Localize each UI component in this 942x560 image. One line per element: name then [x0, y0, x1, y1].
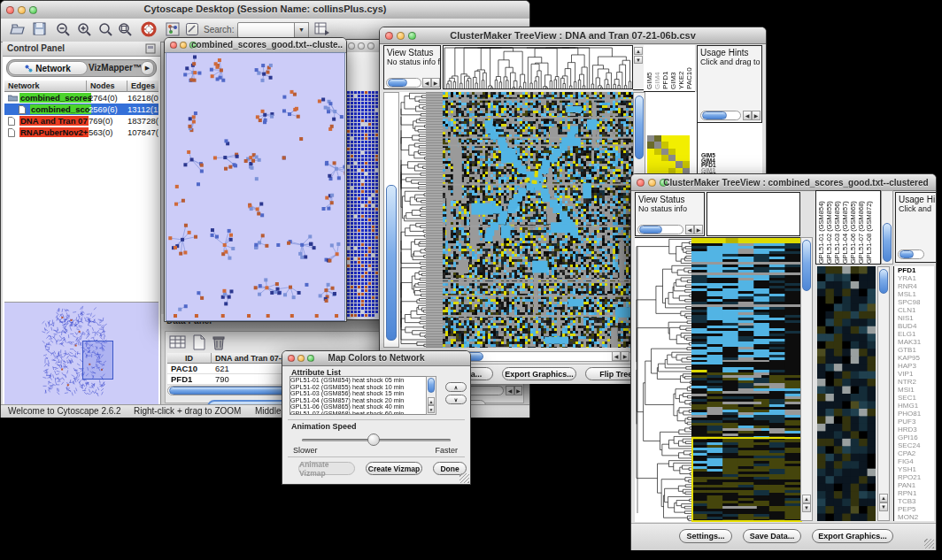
main-titlebar[interactable]: Cytoscape Desktop (Session Name: collins… [1, 1, 529, 19]
gene-label[interactable]: SPC98 [898, 298, 934, 306]
tv1-heatmap[interactable] [443, 92, 633, 348]
birdseye-panel[interactable] [4, 302, 158, 410]
scroll-down-icon[interactable]: ▼ [428, 405, 435, 413]
treeview2-titlebar[interactable]: ClusterMaker TreeView : combined_scores_… [631, 174, 936, 191]
zoom-window-icon[interactable] [367, 42, 374, 50]
slider-thumb[interactable] [367, 433, 380, 446]
tv2-row-dendrogram[interactable] [635, 237, 691, 522]
attribute-list-vscrollbar[interactable]: ▲ ▼ [426, 376, 436, 415]
scroll-right-icon[interactable]: ▶ [621, 351, 629, 361]
scroll-right-icon[interactable]: ▶ [752, 111, 761, 120]
gene-label[interactable]: HRD3 [898, 426, 934, 433]
col-network[interactable]: Network [4, 81, 87, 92]
gene-label[interactable]: BUD4 [898, 322, 934, 330]
tv1-coltree-scroll[interactable]: ▲ ▼ [633, 45, 644, 90]
export-graphics-button[interactable]: Export Graphics... [502, 367, 576, 380]
matrix-cell[interactable] [647, 149, 654, 155]
gene-label[interactable]: GPI16 [898, 433, 934, 441]
zoom-selected-icon[interactable] [118, 22, 133, 37]
search-dropdown-icon[interactable]: ▼ [294, 22, 309, 38]
matrix-cell[interactable] [676, 135, 683, 142]
scroll-left-icon[interactable]: ◀ [743, 111, 752, 120]
settings-button[interactable]: Settings... [679, 529, 732, 543]
matrix-cell[interactable] [668, 142, 676, 148]
close-icon[interactable] [348, 42, 355, 50]
network-table-row[interactable]: RNAPuberNov2+563(0)107847(0) [4, 127, 158, 138]
col-nodes[interactable]: Nodes [87, 81, 127, 92]
scroll-up-icon[interactable]: ▲ [879, 494, 888, 502]
matrix-cell[interactable] [683, 149, 690, 155]
new-document-icon[interactable] [192, 334, 206, 350]
scroll-down-icon[interactable]: ▼ [634, 56, 643, 64]
matrix-cell[interactable] [654, 161, 661, 167]
matrix-cell[interactable] [668, 161, 676, 167]
tv2-heatmap[interactable] [691, 237, 800, 522]
gene-label[interactable]: MSL1 [898, 290, 934, 298]
gene-label[interactable]: HMG1 [898, 402, 934, 410]
matrix-cell[interactable] [654, 135, 661, 142]
matrix-cell[interactable] [676, 142, 683, 148]
tv1-correlation-matrix[interactable] [647, 135, 690, 174]
resize-grip[interactable] [924, 539, 934, 548]
move-up-button[interactable]: ∧ [445, 382, 467, 392]
minimize-icon[interactable] [180, 42, 187, 49]
scroll-left-icon[interactable]: ◀ [422, 78, 431, 88]
tv2-status-hscrollbar[interactable] [637, 225, 683, 234]
gene-label[interactable]: KAP95 [898, 354, 934, 362]
gene-label[interactable]: PAN1 [898, 481, 934, 489]
matrix-cell[interactable] [647, 155, 654, 161]
matrix-cell[interactable] [661, 155, 668, 161]
gene-label[interactable]: TCB3 [898, 497, 934, 505]
gene-label[interactable]: YSH1 [898, 465, 934, 473]
tv1-left-vscrollbar[interactable] [383, 92, 399, 348]
attribute-list-vscroll-thumb[interactable] [428, 378, 435, 393]
matrix-cell[interactable] [661, 142, 668, 148]
tv1-hints-hscroll-thumb[interactable] [702, 111, 727, 119]
birdseye-viewport-rect[interactable] [82, 341, 113, 380]
gene-label[interactable]: RNR4 [898, 282, 934, 290]
gene-label[interactable]: FIG4 [898, 457, 934, 465]
gene-label[interactable]: SEC24 [898, 441, 934, 449]
close-icon[interactable] [170, 42, 177, 49]
gene-label[interactable]: YRA1 [898, 274, 934, 282]
float-panel-icon[interactable] [145, 43, 156, 54]
tv2-status-hscroll-thumb[interactable] [639, 226, 662, 234]
tv1-column-labels[interactable]: GIM5GIM4PFD1GIM3YKE2PAC10 [644, 45, 695, 92]
save-data-button[interactable]: Save Data... [743, 529, 801, 543]
attribute-listbox[interactable]: GPL51-01 (GSM854) heat shock 05 minGPL51… [290, 376, 436, 415]
gene-label[interactable]: HAP3 [898, 362, 934, 370]
gene-label[interactable]: PUF3 [898, 418, 934, 426]
tv2-column-labels[interactable]: GPL51-01 (GSM854)GPL51-02 (GSM855)GPL51-… [815, 190, 881, 265]
tv1-status-hscrollbar[interactable] [386, 78, 421, 88]
dialog-titlebar[interactable]: Map Colors to Network [282, 351, 470, 366]
gene-label[interactable]: MAK31 [898, 338, 934, 346]
scroll-right-icon[interactable]: ▶ [431, 78, 440, 88]
gene-label[interactable]: MSI1 [898, 386, 934, 394]
matrix-cell[interactable] [661, 135, 668, 142]
scroll-right-icon[interactable]: ▶ [514, 386, 522, 395]
birdseye-canvas[interactable] [5, 303, 158, 410]
matrix-cell[interactable] [676, 155, 683, 161]
tv2-vscroll-thumb[interactable] [802, 240, 811, 291]
matrix-cell[interactable] [654, 142, 661, 148]
scroll-left-icon[interactable]: ◀ [506, 386, 514, 395]
scroll-up-icon[interactable]: ▲ [802, 495, 811, 503]
tv2-zoom-vscrollbar[interactable]: ▲ ▼ [877, 266, 890, 521]
tv2-gene-list[interactable]: PFD1YRA1RNR4MSL1SPC98CLN1NIS1BUD4ELG1MAK… [893, 266, 934, 521]
tv2-column-dendrogram[interactable] [706, 192, 800, 236]
tv2-zoom-vscroll-thumb[interactable] [879, 269, 888, 294]
gene-label[interactable]: ELG1 [898, 330, 934, 338]
zoom-out-icon[interactable] [56, 22, 71, 37]
data-col-id[interactable]: ID [167, 353, 212, 364]
zoom-in-icon[interactable] [77, 22, 92, 37]
scroll-up-icon[interactable]: ▲ [428, 397, 435, 405]
matrix-cell[interactable] [683, 155, 690, 161]
network-table-row[interactable]: combined_sco2569(6)13112(15) [4, 104, 158, 115]
import-table-icon[interactable] [314, 21, 330, 36]
annotation-icon[interactable] [185, 22, 199, 36]
matrix-cell[interactable] [676, 149, 683, 155]
minimize-icon[interactable] [358, 42, 365, 50]
move-down-button[interactable]: ∨ [445, 395, 467, 404]
matrix-cell[interactable] [647, 142, 654, 148]
tv2-hints-hscrollbar[interactable] [898, 249, 924, 259]
